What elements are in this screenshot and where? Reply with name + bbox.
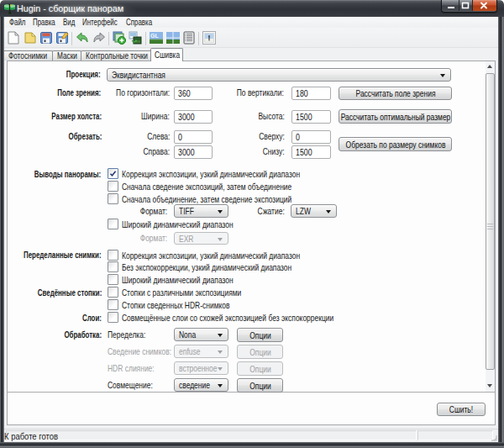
svg-text:GL: GL	[150, 33, 159, 39]
